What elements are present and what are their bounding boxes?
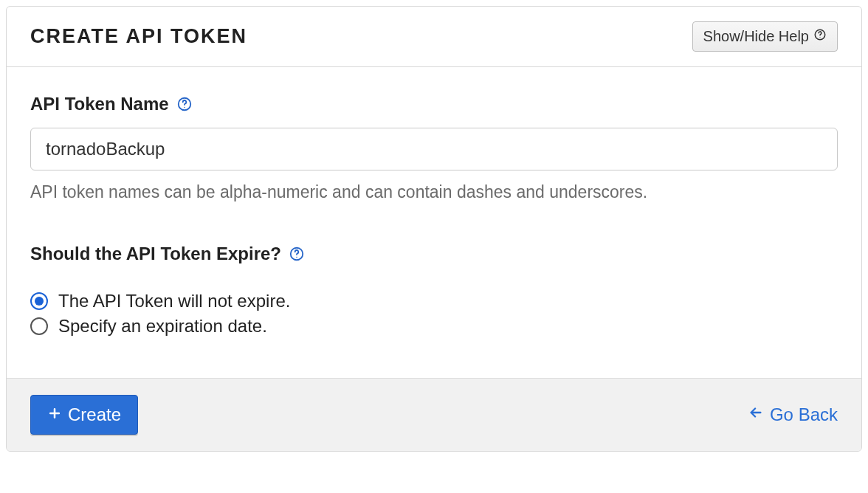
api-token-name-input[interactable] <box>30 128 838 170</box>
radio-label: The API Token will not expire. <box>58 291 290 311</box>
question-circle-icon[interactable] <box>289 246 305 262</box>
help-button-label: Show/Hide Help <box>703 28 809 45</box>
svg-point-5 <box>296 257 297 258</box>
token-name-label-text: API Token Name <box>30 94 169 114</box>
go-back-link[interactable]: Go Back <box>748 404 838 425</box>
expire-label-text: Should the API Token Expire? <box>30 244 281 264</box>
radio-icon <box>30 317 48 335</box>
show-hide-help-button[interactable]: Show/Hide Help <box>692 21 838 52</box>
radio-option-no-expire[interactable]: The API Token will not expire. <box>30 291 838 311</box>
radio-label: Specify an expiration date. <box>58 316 267 337</box>
expire-section: Should the API Token Expire? The API Tok… <box>30 244 838 337</box>
go-back-label: Go Back <box>770 404 838 425</box>
create-api-token-panel: CREATE API TOKEN Show/Hide Help API Toke… <box>6 6 862 452</box>
create-button[interactable]: Create <box>30 395 138 435</box>
svg-point-3 <box>184 107 185 108</box>
expire-radio-group: The API Token will not expire. Specify a… <box>30 291 838 337</box>
radio-dot-icon <box>35 297 44 306</box>
radio-icon <box>30 292 48 310</box>
token-name-label: API Token Name <box>30 94 193 114</box>
svg-point-1 <box>819 37 820 38</box>
plus-icon <box>47 404 62 425</box>
question-circle-icon <box>813 28 827 45</box>
arrow-left-icon <box>748 404 764 425</box>
panel-footer: Create Go Back <box>7 378 861 451</box>
panel-header: CREATE API TOKEN Show/Hide Help <box>7 7 861 67</box>
radio-option-specify-date[interactable]: Specify an expiration date. <box>30 316 838 337</box>
question-circle-icon[interactable] <box>176 96 193 112</box>
expire-label: Should the API Token Expire? <box>30 244 305 264</box>
page-title: CREATE API TOKEN <box>30 25 247 48</box>
create-button-label: Create <box>68 404 121 425</box>
panel-body: API Token Name API token names can be al… <box>7 67 861 378</box>
token-name-hint: API token names can be alpha-numeric and… <box>30 182 838 202</box>
